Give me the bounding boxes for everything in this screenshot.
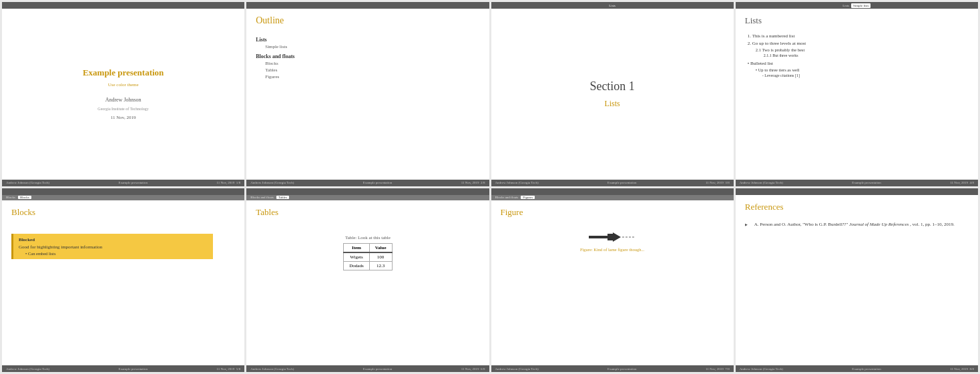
cell-dodads-value: 12.3 bbox=[369, 261, 392, 270]
list-num-2-1: 2.1 Two is probably the best bbox=[745, 47, 969, 52]
slide-6-sub-header: Blocks and floats Tables bbox=[246, 195, 489, 200]
footer-center: Example presentation bbox=[607, 367, 636, 371]
presentation-date: 11 Nov, 2019 bbox=[111, 115, 136, 120]
reference-item-1: A. Person and O. Author, "Who is G.P. Bu… bbox=[745, 222, 969, 228]
footer-center: Example presentation bbox=[119, 181, 148, 184]
footer-center: Example presentation bbox=[119, 367, 148, 371]
slide-4: Lists Simple lists Lists 1. This is a nu… bbox=[736, 2, 978, 186]
slide-5-sub-header: Blocks Blocks bbox=[2, 195, 244, 200]
list-num-1: 1. This is a numbered list bbox=[745, 33, 969, 39]
slide-6-content: Tables Table: Look at this table Item Va… bbox=[246, 200, 489, 366]
footer-center: Example presentation bbox=[852, 181, 881, 184]
footer-right: 11 Nov, 2019 1/8 bbox=[217, 181, 241, 184]
slide-5-footer: Andrew Johnson (Georgia Tech) Example pr… bbox=[2, 365, 244, 372]
list-bullet-1: • Bulleted list bbox=[745, 61, 969, 66]
slide-7-footer: Andrew Johnson (Georgia Tech) Example pr… bbox=[491, 365, 734, 372]
cell-dodads-name: Dodads bbox=[344, 261, 369, 270]
cell-wigets-value: 100 bbox=[369, 252, 392, 262]
outline-section-blocks: Blocks and floats bbox=[256, 53, 479, 59]
author-name: Andrew Johnson bbox=[105, 97, 142, 103]
footer-center: Example presentation bbox=[607, 181, 636, 184]
footer-center: Example presentation bbox=[363, 367, 392, 371]
footer-left: Andrew Johnson (Georgia Tech) bbox=[740, 181, 783, 184]
slide-7-sub-header: Blocks and floats Figures bbox=[491, 195, 734, 200]
presentation-subtitle: Use color theme bbox=[108, 82, 139, 87]
lists-title: Lists bbox=[745, 15, 969, 26]
table-caption: Table: Look at this table bbox=[345, 235, 391, 240]
slide-2-header bbox=[246, 2, 489, 9]
block-header: Blocked bbox=[19, 237, 208, 242]
footer-left: Andrew Johnson (Georgia Tech) bbox=[6, 367, 49, 371]
slide-1: Example presentation Use color theme And… bbox=[2, 2, 244, 186]
slide-6: Blocks and floats Tables Tables Table: L… bbox=[246, 188, 489, 373]
footer-left: Andrew Johnson (Georgia Tech) bbox=[6, 181, 49, 184]
outline-item-tables: Tables bbox=[256, 67, 479, 73]
slide-3-header: Lists bbox=[491, 2, 734, 9]
slide-4-tab-simple-lists: Simple lists bbox=[851, 3, 871, 8]
block-bullet: • Can embed lists bbox=[19, 251, 208, 256]
slide-6-footer: Andrew Johnson (Georgia Tech) Example pr… bbox=[246, 365, 489, 372]
presentation-title: Example presentation bbox=[83, 67, 164, 78]
section-label: Lists bbox=[604, 99, 620, 109]
slide-4-content: Lists 1. This is a numbered list 2. Go u… bbox=[736, 9, 978, 180]
list-num-2-1-1: 2.1.1 But three works bbox=[745, 53, 969, 57]
footer-right: 11 Nov, 2019 5/8 bbox=[217, 367, 241, 371]
slide-7-sub-tab-blocks-floats: Blocks and floats bbox=[495, 196, 519, 199]
outline-item-figures: Figures bbox=[256, 74, 479, 79]
footer-right: 11 Nov, 2019 2/8 bbox=[461, 181, 485, 184]
slide-1-footer: Andrew Johnson (Georgia Tech) Example pr… bbox=[2, 180, 244, 186]
figure-title: Figure bbox=[501, 207, 724, 218]
section-number: Section 1 bbox=[589, 79, 635, 94]
figure-area: Figure: Kind of lame figure though... bbox=[501, 231, 724, 252]
list-bullet-1-1-1: - Leverage citations [1] bbox=[745, 73, 969, 77]
col-item: Item bbox=[344, 243, 369, 252]
slide-2-footer: Andrew Johnson (Georgia Tech) Example pr… bbox=[246, 180, 489, 186]
slide-1-header bbox=[2, 2, 244, 9]
outline-item-blocks: Blocks bbox=[256, 61, 479, 66]
outline-item-simple-lists: Simple lists bbox=[256, 44, 479, 49]
slide-3-content: Section 1 Lists bbox=[491, 9, 734, 180]
slide-7-content: Figure Figure: Kind of lame figure thoug… bbox=[491, 200, 734, 366]
footer-center: Example presentation bbox=[363, 181, 392, 184]
slide-4-header-nav: Lists Simple lists bbox=[842, 3, 871, 8]
slide-5-sub-tab-blocks: Blocks bbox=[18, 196, 31, 199]
footer-right: 11 Nov, 2019 4/8 bbox=[950, 181, 974, 184]
slide-8: References A. Person and O. Author, "Who… bbox=[736, 188, 978, 373]
caption-label: Figure: bbox=[580, 247, 593, 252]
slide-8-header bbox=[736, 188, 978, 195]
slide-6-sub-tab-blocks-floats: Blocks and floats bbox=[250, 196, 274, 199]
footer-center: Example presentation bbox=[852, 367, 881, 371]
footer-right: 11 Nov, 2019 7/8 bbox=[706, 367, 730, 371]
footer-left: Andrew Johnson (Georgia Tech) bbox=[250, 181, 294, 184]
footer-left: Andrew Johnson (Georgia Tech) bbox=[250, 367, 294, 371]
slide-5-header bbox=[2, 188, 244, 195]
slide-3: Lists Section 1 Lists Andrew Johnson (Ge… bbox=[491, 2, 734, 186]
slide-4-tab-lists: Lists bbox=[842, 4, 849, 7]
figure-svg bbox=[589, 231, 636, 243]
table-row-2: Dodads 12.3 bbox=[344, 261, 392, 270]
footer-left: Andrew Johnson (Georgia Tech) bbox=[495, 181, 539, 184]
block-text: Good for highlighting important informat… bbox=[19, 244, 208, 250]
table-row-1: Wigets 100 bbox=[344, 252, 392, 262]
slide-6-header bbox=[246, 188, 489, 195]
ref-quote: "Who is G.P. Burdell??" bbox=[802, 222, 848, 227]
slide-6-sub-tab-tables: Tables bbox=[276, 196, 289, 199]
institute-name: Georgia Institute of Technology bbox=[97, 107, 149, 111]
figure-image bbox=[589, 231, 636, 243]
outline-title: Outline bbox=[256, 15, 479, 26]
slide-7-header bbox=[491, 188, 734, 195]
slide-8-footer: Andrew Johnson (Georgia Tech) Example pr… bbox=[736, 365, 978, 372]
data-table: Item Value Wigets 100 Dodads 12.3 bbox=[343, 243, 392, 270]
references-title: References bbox=[745, 202, 969, 212]
list-num-2: 2. Go up to three levels at most bbox=[745, 41, 969, 46]
footer-right: 11 Nov, 2019 8/8 bbox=[950, 367, 974, 371]
slide-2-content: Outline Lists Simple lists Blocks and fl… bbox=[246, 9, 489, 180]
footer-right: 11 Nov, 2019 3/8 bbox=[706, 181, 730, 184]
blocks-title: Blocks bbox=[11, 207, 235, 218]
slide-3-footer: Andrew Johnson (Georgia Tech) Example pr… bbox=[491, 180, 734, 186]
footer-left: Andrew Johnson (Georgia Tech) bbox=[495, 367, 539, 371]
slide-5: Blocks Blocks Blocks Blocked Good for hi… bbox=[2, 188, 244, 373]
slide-1-content: Example presentation Use color theme And… bbox=[2, 9, 244, 180]
list-bullet-1-1: • Up to three tiers as well bbox=[745, 67, 969, 72]
slide-3-header-center: Lists bbox=[609, 4, 616, 7]
